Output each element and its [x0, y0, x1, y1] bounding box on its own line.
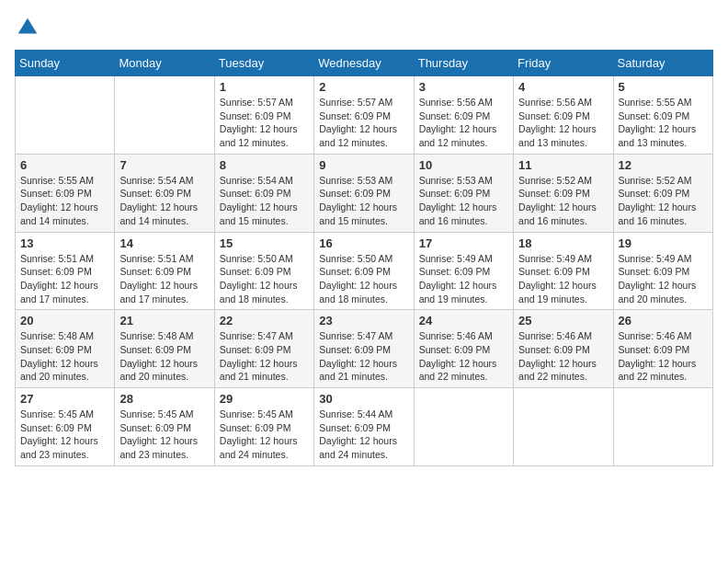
calendar-cell: 4Sunrise: 5:56 AMSunset: 6:09 PMDaylight… — [514, 76, 613, 155]
day-number: 19 — [619, 236, 708, 250]
day-detail: Sunrise: 5:56 AMSunset: 6:09 PMDaylight:… — [518, 96, 608, 150]
calendar-week-row: 27Sunrise: 5:45 AMSunset: 6:09 PMDayligh… — [16, 388, 713, 466]
calendar-cell: 20Sunrise: 5:48 AMSunset: 6:09 PMDayligh… — [16, 310, 115, 388]
calendar-cell: 19Sunrise: 5:49 AMSunset: 6:09 PMDayligh… — [613, 232, 712, 310]
calendar-cell: 6Sunrise: 5:55 AMSunset: 6:09 PMDaylight… — [16, 154, 115, 232]
day-detail: Sunrise: 5:49 AMSunset: 6:09 PMDaylight:… — [619, 252, 708, 306]
day-number: 29 — [220, 392, 309, 406]
day-detail: Sunrise: 5:46 AMSunset: 6:09 PMDaylight:… — [518, 329, 608, 384]
calendar-cell: 14Sunrise: 5:51 AMSunset: 6:09 PMDayligh… — [115, 232, 214, 310]
day-detail: Sunrise: 5:46 AMSunset: 6:09 PMDaylight:… — [419, 329, 508, 384]
day-number: 7 — [119, 158, 209, 172]
calendar-cell: 22Sunrise: 5:47 AMSunset: 6:09 PMDayligh… — [214, 310, 313, 388]
calendar-week-row: 13Sunrise: 5:51 AMSunset: 6:09 PMDayligh… — [16, 232, 713, 310]
calendar-cell: 28Sunrise: 5:45 AMSunset: 6:09 PMDayligh… — [115, 388, 214, 466]
day-detail: Sunrise: 5:48 AMSunset: 6:09 PMDaylight:… — [20, 329, 109, 384]
day-detail: Sunrise: 5:49 AMSunset: 6:09 PMDaylight:… — [518, 252, 608, 306]
page-header — [15, 15, 713, 40]
day-number: 4 — [518, 80, 608, 94]
col-header-tuesday: Tuesday — [214, 51, 313, 76]
day-number: 21 — [119, 314, 209, 327]
day-detail: Sunrise: 5:57 AMSunset: 6:09 PMDaylight:… — [319, 96, 408, 150]
day-detail: Sunrise: 5:52 AMSunset: 6:09 PMDaylight:… — [619, 174, 708, 228]
calendar-cell: 10Sunrise: 5:53 AMSunset: 6:09 PMDayligh… — [414, 154, 513, 232]
day-detail: Sunrise: 5:46 AMSunset: 6:09 PMDaylight:… — [619, 329, 708, 384]
day-number: 16 — [319, 236, 408, 250]
day-number: 26 — [619, 314, 708, 327]
svg-marker-0 — [18, 18, 38, 34]
day-detail: Sunrise: 5:54 AMSunset: 6:09 PMDaylight:… — [119, 174, 209, 228]
day-number: 18 — [518, 236, 608, 250]
calendar-cell: 12Sunrise: 5:52 AMSunset: 6:09 PMDayligh… — [613, 154, 712, 232]
col-header-friday: Friday — [514, 51, 613, 76]
day-detail: Sunrise: 5:45 AMSunset: 6:09 PMDaylight:… — [20, 408, 109, 462]
calendar-cell: 9Sunrise: 5:53 AMSunset: 6:09 PMDaylight… — [314, 154, 414, 232]
day-detail: Sunrise: 5:44 AMSunset: 6:09 PMDaylight:… — [319, 408, 408, 462]
day-number: 25 — [518, 314, 608, 327]
day-detail: Sunrise: 5:47 AMSunset: 6:09 PMDaylight:… — [220, 329, 309, 384]
day-number: 3 — [419, 80, 508, 94]
day-number: 1 — [220, 80, 309, 94]
day-number: 15 — [220, 236, 309, 250]
day-number: 6 — [20, 158, 109, 172]
day-number: 27 — [20, 392, 109, 406]
day-detail: Sunrise: 5:57 AMSunset: 6:09 PMDaylight:… — [220, 96, 309, 150]
col-header-sunday: Sunday — [16, 51, 115, 76]
day-number: 8 — [220, 158, 309, 172]
calendar-cell — [414, 388, 513, 466]
logo-icon — [15, 15, 40, 40]
day-detail: Sunrise: 5:51 AMSunset: 6:09 PMDaylight:… — [119, 252, 209, 306]
day-detail: Sunrise: 5:55 AMSunset: 6:09 PMDaylight:… — [619, 96, 708, 150]
calendar-cell: 26Sunrise: 5:46 AMSunset: 6:09 PMDayligh… — [613, 310, 712, 388]
day-number: 12 — [619, 158, 708, 172]
calendar-cell: 30Sunrise: 5:44 AMSunset: 6:09 PMDayligh… — [314, 388, 414, 466]
day-detail: Sunrise: 5:51 AMSunset: 6:09 PMDaylight:… — [20, 252, 109, 306]
col-header-thursday: Thursday — [414, 51, 513, 76]
calendar-cell: 24Sunrise: 5:46 AMSunset: 6:09 PMDayligh… — [414, 310, 513, 388]
calendar-cell: 2Sunrise: 5:57 AMSunset: 6:09 PMDaylight… — [314, 76, 414, 155]
calendar-cell: 3Sunrise: 5:56 AMSunset: 6:09 PMDaylight… — [414, 76, 513, 155]
day-number: 17 — [419, 236, 508, 250]
day-number: 28 — [119, 392, 209, 406]
calendar-cell — [16, 76, 115, 155]
day-detail: Sunrise: 5:50 AMSunset: 6:09 PMDaylight:… — [220, 252, 309, 306]
day-detail: Sunrise: 5:55 AMSunset: 6:09 PMDaylight:… — [20, 174, 109, 228]
day-number: 5 — [619, 80, 708, 94]
day-detail: Sunrise: 5:49 AMSunset: 6:09 PMDaylight:… — [419, 252, 508, 306]
calendar-cell: 15Sunrise: 5:50 AMSunset: 6:09 PMDayligh… — [214, 232, 313, 310]
calendar-cell — [115, 76, 214, 155]
calendar-cell: 8Sunrise: 5:54 AMSunset: 6:09 PMDaylight… — [214, 154, 313, 232]
calendar-cell: 11Sunrise: 5:52 AMSunset: 6:09 PMDayligh… — [514, 154, 613, 232]
day-number: 9 — [319, 158, 408, 172]
calendar-cell: 17Sunrise: 5:49 AMSunset: 6:09 PMDayligh… — [414, 232, 513, 310]
calendar-cell: 27Sunrise: 5:45 AMSunset: 6:09 PMDayligh… — [16, 388, 115, 466]
calendar-cell: 25Sunrise: 5:46 AMSunset: 6:09 PMDayligh… — [514, 310, 613, 388]
day-detail: Sunrise: 5:52 AMSunset: 6:09 PMDaylight:… — [518, 174, 608, 228]
col-header-monday: Monday — [115, 51, 214, 76]
day-detail: Sunrise: 5:56 AMSunset: 6:09 PMDaylight:… — [419, 96, 508, 150]
day-number: 20 — [20, 314, 109, 327]
calendar-cell: 18Sunrise: 5:49 AMSunset: 6:09 PMDayligh… — [514, 232, 613, 310]
day-detail: Sunrise: 5:53 AMSunset: 6:09 PMDaylight:… — [319, 174, 408, 228]
calendar-cell: 5Sunrise: 5:55 AMSunset: 6:09 PMDaylight… — [613, 76, 712, 155]
calendar-cell: 23Sunrise: 5:47 AMSunset: 6:09 PMDayligh… — [314, 310, 414, 388]
day-number: 30 — [319, 392, 408, 406]
day-number: 14 — [119, 236, 209, 250]
day-number: 13 — [20, 236, 109, 250]
day-detail: Sunrise: 5:47 AMSunset: 6:09 PMDaylight:… — [319, 329, 408, 384]
col-header-wednesday: Wednesday — [314, 51, 414, 76]
calendar-week-row: 6Sunrise: 5:55 AMSunset: 6:09 PMDaylight… — [16, 154, 713, 232]
day-detail: Sunrise: 5:53 AMSunset: 6:09 PMDaylight:… — [419, 174, 508, 228]
day-number: 22 — [220, 314, 309, 327]
calendar-cell: 7Sunrise: 5:54 AMSunset: 6:09 PMDaylight… — [115, 154, 214, 232]
day-number: 11 — [518, 158, 608, 172]
calendar-cell: 1Sunrise: 5:57 AMSunset: 6:09 PMDaylight… — [214, 76, 313, 155]
day-detail: Sunrise: 5:45 AMSunset: 6:09 PMDaylight:… — [119, 408, 209, 462]
day-number: 10 — [419, 158, 508, 172]
calendar-header-row: SundayMondayTuesdayWednesdayThursdayFrid… — [16, 51, 713, 76]
day-detail: Sunrise: 5:54 AMSunset: 6:09 PMDaylight:… — [220, 174, 309, 228]
day-detail: Sunrise: 5:50 AMSunset: 6:09 PMDaylight:… — [319, 252, 408, 306]
day-detail: Sunrise: 5:48 AMSunset: 6:09 PMDaylight:… — [119, 329, 209, 384]
day-detail: Sunrise: 5:45 AMSunset: 6:09 PMDaylight:… — [220, 408, 309, 462]
day-number: 2 — [319, 80, 408, 94]
